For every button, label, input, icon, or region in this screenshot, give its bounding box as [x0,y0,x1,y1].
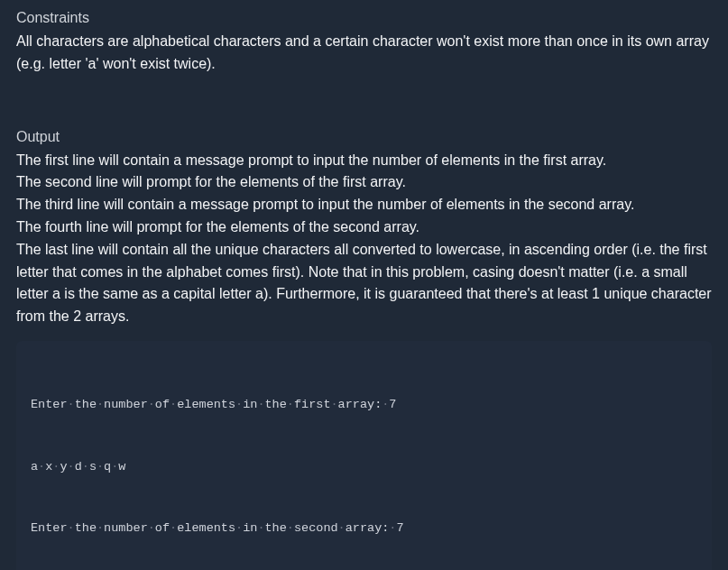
code-line-3: Enter·the·number·of·elements·in·the·seco… [31,519,697,539]
example-code-block: Enter·the·number·of·elements·in·the·firs… [16,341,712,570]
output-section: Output The first line will contain a mes… [16,126,712,328]
code-line-2: a·x·y·d·s·q·w [31,457,697,478]
constraints-heading: Constraints [16,7,712,29]
code-line-1: Enter·the·number·of·elements·in·the·firs… [31,395,697,416]
section-gap [16,76,712,126]
constraints-body: All characters are alphabetical characte… [16,31,712,76]
output-heading: Output [16,126,712,148]
output-body: The first line will contain a message pr… [16,150,712,328]
constraints-section: Constraints All characters are alphabeti… [16,7,712,76]
